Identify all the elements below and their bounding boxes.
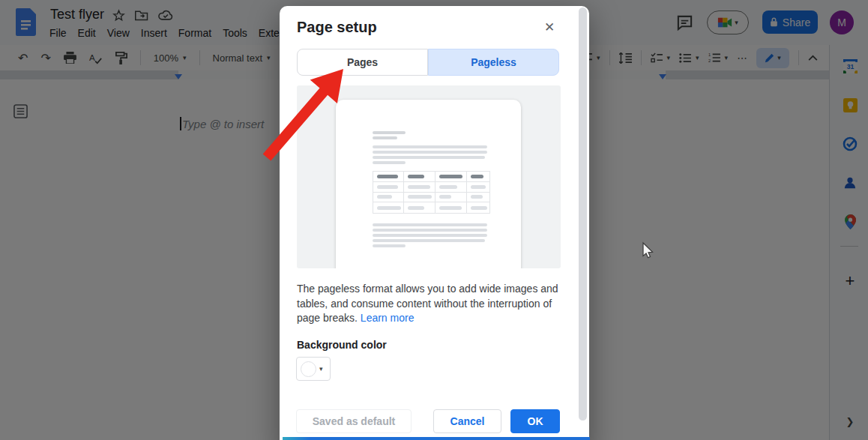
learn-more-link[interactable]: Learn more [361,312,415,324]
saved-as-default-button: Saved as default [296,409,412,433]
close-icon[interactable]: ✕ [539,16,560,37]
ok-button[interactable]: OK [510,409,560,433]
pageless-preview [297,85,561,268]
screen: Test flyer File Edit View Insert Format … [0,0,868,440]
background-color-label: Background color [297,339,387,351]
window-bottom-edge [283,437,590,440]
preview-table [373,171,490,214]
preview-page [336,100,521,268]
color-swatch-white [301,361,316,377]
chevron-down-icon: ▾ [319,365,323,373]
page-mode-tabs: Pages Pageless [297,49,559,76]
tab-pageless[interactable]: Pageless [428,49,559,76]
background-color-picker[interactable]: ▾ [296,357,331,381]
dialog-scrollbar[interactable] [579,7,587,421]
dialog-title: Page setup [297,19,377,36]
cancel-button[interactable]: Cancel [433,409,501,433]
tab-pages[interactable]: Pages [297,49,428,76]
pageless-description: The pageless format allows you to add wi… [297,282,561,326]
page-setup-dialog: Page setup ✕ Pages Pageless [280,6,589,440]
